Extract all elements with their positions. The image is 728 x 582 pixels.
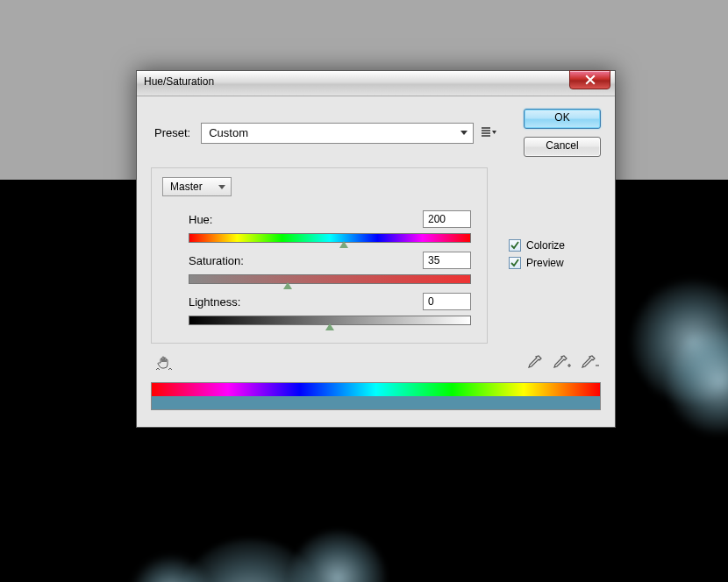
hue-thumb[interactable] — [339, 241, 348, 248]
saturation-thumb[interactable] — [283, 282, 292, 289]
close-icon — [585, 75, 596, 85]
preview-label: Preview — [526, 257, 564, 269]
saturation-slider[interactable] — [189, 274, 471, 284]
saturation-input[interactable]: 35 — [423, 252, 471, 269]
preset-menu-icon — [482, 127, 496, 138]
close-button[interactable] — [569, 70, 610, 89]
canvas-texture — [289, 530, 386, 582]
channel-value: Master — [170, 181, 203, 193]
eyedropper-minus-button[interactable] — [582, 354, 599, 372]
spectrum-output — [152, 396, 600, 409]
checkbox-icon — [509, 239, 521, 252]
hand-tool[interactable] — [155, 354, 173, 372]
hue-slider[interactable] — [189, 233, 471, 243]
hand-icon — [155, 354, 173, 372]
channel-select[interactable]: Master — [162, 177, 232, 196]
lightness-thumb[interactable] — [325, 323, 334, 330]
colorize-checkbox[interactable]: Colorize — [509, 239, 565, 252]
spectrum-input[interactable] — [152, 383, 600, 396]
eyedropper-icon — [526, 355, 542, 371]
preview-checkbox[interactable]: Preview — [509, 257, 565, 269]
cancel-button[interactable]: Cancel — [524, 137, 601, 157]
lightness-slider[interactable] — [189, 316, 471, 325]
dialog-title: Hue/Saturation — [144, 75, 214, 88]
preset-value: Custom — [209, 126, 248, 139]
hue-input[interactable]: 200 — [423, 210, 471, 228]
preset-select[interactable]: Custom — [201, 123, 474, 144]
eyedropper-plus-button[interactable] — [553, 354, 571, 372]
lightness-label: Lightness: — [189, 295, 240, 309]
colorize-label: Colorize — [526, 239, 565, 252]
ok-button[interactable]: OK — [524, 109, 601, 129]
preset-label: Preset: — [151, 126, 194, 139]
preset-menu-button[interactable] — [481, 124, 497, 141]
chevron-down-icon — [218, 185, 225, 189]
checkbox-icon — [509, 257, 521, 269]
chevron-down-icon — [460, 131, 467, 135]
eyedropper-plus-icon — [553, 355, 571, 371]
eyedropper-button[interactable] — [525, 354, 543, 372]
hue-saturation-dialog: Hue/Saturation Preset: Custom OK Cancel — [136, 70, 616, 428]
lightness-input[interactable]: 0 — [423, 293, 471, 310]
eyedropper-minus-icon — [582, 355, 599, 371]
hue-label: Hue: — [189, 213, 212, 226]
saturation-label: Saturation: — [189, 254, 244, 267]
sliders-group: Master Hue: 200 Saturation: 35 — [151, 167, 488, 344]
titlebar[interactable]: Hue/Saturation — [137, 71, 615, 96]
spectrum-preview — [151, 382, 601, 410]
